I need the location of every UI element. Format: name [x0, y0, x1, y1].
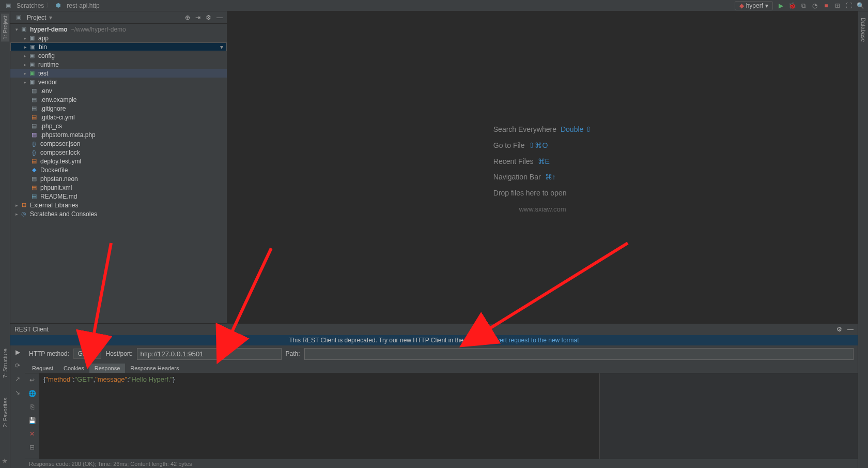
tree-file[interactable]: ▤deploy.test.yml [10, 157, 227, 165]
tree-file[interactable]: ▤.gitlab-ci.yml [10, 113, 227, 122]
tree-file[interactable]: {}composer.json [10, 139, 227, 148]
hide-icon[interactable]: — [847, 326, 854, 333]
empty-editor[interactable]: Search EverywhereDouble ⇧ Go to File⇧⌘O … [227, 11, 858, 323]
gear-icon[interactable]: ⚙ [836, 326, 842, 333]
copy-icon[interactable]: ⎘ [30, 403, 34, 411]
project-tree[interactable]: ▾ ▣ hyperf-demo ~/www/hyperf-demo ▸▣app … [10, 24, 227, 323]
tree-file[interactable]: ◆Dockerfile [10, 165, 227, 174]
layout-icon[interactable]: ⊞ [834, 2, 841, 9]
tree-folder[interactable]: ▸▣test [10, 69, 227, 78]
tab-response[interactable]: Response [89, 364, 126, 373]
search-icon[interactable]: 🔍 [857, 2, 864, 9]
scratch-icon: ◎ [20, 210, 28, 217]
file-icon: ◆ [30, 167, 38, 173]
tree-label: vendor [38, 79, 57, 86]
arrow-right-icon[interactable]: ▸ [22, 53, 28, 58]
project-panel-header: ▣ Project ▾ ⊕ ⇥ ⚙ — [10, 11, 227, 24]
export-icon[interactable]: ↗ [15, 375, 20, 383]
tree-external-libs[interactable]: ▸⊞External Libraries [10, 201, 227, 209]
tree-scratches[interactable]: ▸◎Scratches and Consoles [10, 209, 227, 218]
chevron-down-icon[interactable]: ▾ [49, 14, 52, 21]
response-body[interactable]: {"method":"GET","message":"Hello Hyperf.… [39, 373, 599, 459]
favorites-tool-tab[interactable]: 2: Favorites [1, 396, 9, 429]
close-icon[interactable]: ✕ [29, 430, 35, 437]
tree-file[interactable]: ▤README.md [10, 192, 227, 201]
tree-folder[interactable]: ▸▣runtime [10, 60, 227, 69]
arrow-right-icon[interactable]: ▸ [22, 80, 28, 85]
toolbar-right: ◆ hyperf ▾ ▶ 🐞 ⧉ ◔ ■ ⊞ ⛶ 🔍 [735, 1, 864, 10]
profile-icon[interactable]: ◔ [811, 2, 818, 9]
tree-label: .php_cs [40, 123, 62, 130]
structure-tool-tab[interactable]: 7: Structure [1, 346, 9, 380]
tree-label: test [38, 70, 48, 77]
arrow-down-icon[interactable]: ▾ [13, 27, 20, 32]
format-icon[interactable]: ⊟ [29, 444, 35, 451]
arrow-right-icon[interactable]: ▸ [22, 62, 28, 67]
tree-folder-selected[interactable]: ▸▣bin [10, 42, 227, 51]
tree-label: composer.json [40, 140, 80, 147]
save-icon[interactable]: 💾 [28, 417, 36, 424]
arrow-right-icon[interactable]: ▸ [13, 203, 20, 208]
wrap-icon[interactable]: ↩ [29, 376, 35, 384]
tree-file[interactable]: ▤phpunit.xml [10, 183, 227, 192]
tree-file[interactable]: ▤.env.example [10, 95, 227, 104]
tree-folder[interactable]: ▸▣app [10, 34, 227, 42]
hide-icon[interactable]: — [216, 14, 223, 21]
breadcrumb[interactable]: ▣ Scratches 〉 ⬢ rest-api.http [4, 1, 100, 10]
tree-file[interactable]: {}composer.lock [10, 148, 227, 157]
expand-icon[interactable]: ⛶ [845, 2, 853, 9]
import-icon[interactable]: ↘ [15, 389, 20, 396]
project-tool-tab[interactable]: 1: Project [1, 13, 9, 41]
tree-file[interactable]: ▤phpstan.neon [10, 174, 227, 183]
locate-icon[interactable]: ⊕ [185, 14, 190, 21]
php-icon: ◆ [739, 2, 744, 9]
run-config-selector[interactable]: ◆ hyperf ▾ [735, 1, 773, 10]
tree-file[interactable]: ▤.phpstorm.meta.php [10, 130, 227, 139]
convert-link[interactable]: Convert request to the new format [485, 337, 579, 344]
tree-label: .gitignore [40, 105, 66, 112]
hint-key: ⌘↑ [545, 173, 556, 181]
arrow-right-icon[interactable]: ▸ [22, 44, 28, 50]
arrow-right-icon[interactable]: ▸ [13, 212, 20, 217]
tree-label: config [38, 52, 55, 59]
chevron-right-icon: 〉 [46, 1, 52, 10]
browser-icon[interactable]: 🌐 [28, 390, 36, 397]
breadcrumb-root[interactable]: Scratches [17, 2, 44, 9]
library-icon: ⊞ [20, 202, 28, 208]
tree-file[interactable]: ▤.env [10, 86, 227, 95]
tab-response-headers[interactable]: Response Headers [125, 364, 184, 373]
left-tool-gutter: 1: Project 7: Structure 2: Favorites ★ [0, 11, 10, 468]
hint-search: Search Everywhere [493, 125, 556, 133]
stop-icon[interactable]: ■ [823, 2, 830, 9]
database-tool-tab[interactable]: Database [859, 16, 867, 44]
rest-panel-header: REST Client ⚙ — [10, 324, 858, 335]
coverage-icon[interactable]: ⧉ [800, 2, 807, 9]
status-text: Response code: 200 (OK); Time: 26ms; Con… [29, 461, 192, 467]
method-select[interactable]: GET [73, 349, 102, 359]
rest-status-bar: Response code: 200 (OK); Time: 26ms; Con… [25, 459, 858, 468]
debug-icon[interactable]: 🐞 [788, 2, 796, 9]
tab-cookies[interactable]: Cookies [58, 364, 89, 373]
gear-icon[interactable]: ⚙ [206, 14, 211, 21]
host-input[interactable] [137, 348, 282, 360]
run-icon[interactable]: ▶ [777, 2, 784, 9]
path-input[interactable] [304, 348, 854, 360]
tree-folder[interactable]: ▸▣vendor [10, 78, 227, 86]
project-panel: ▣ Project ▾ ⊕ ⇥ ⚙ — ▾ ▣ hyperf [10, 11, 227, 323]
favorites-icon[interactable]: ★ [2, 457, 8, 465]
tree-root[interactable]: ▾ ▣ hyperf-demo ~/www/hyperf-demo [10, 25, 227, 34]
collapse-icon[interactable]: ⇥ [195, 14, 200, 21]
file-icon: {} [30, 149, 38, 156]
arrow-right-icon[interactable]: ▸ [22, 71, 28, 76]
tree-label: External Libraries [30, 202, 78, 209]
tree-folder[interactable]: ▸▣config [10, 51, 227, 60]
tree-file[interactable]: ▤.php_cs [10, 122, 227, 130]
tree-file[interactable]: ▤.gitignore [10, 104, 227, 113]
run-icon[interactable]: ▶ [16, 349, 20, 356]
breadcrumb-file[interactable]: rest-api.http [67, 2, 99, 9]
tree-label: Dockerfile [40, 167, 68, 174]
history-icon[interactable]: ⟳ [15, 362, 20, 369]
tab-request[interactable]: Request [27, 364, 58, 373]
tree-label: phpstan.neon [40, 175, 78, 183]
arrow-right-icon[interactable]: ▸ [22, 36, 28, 41]
